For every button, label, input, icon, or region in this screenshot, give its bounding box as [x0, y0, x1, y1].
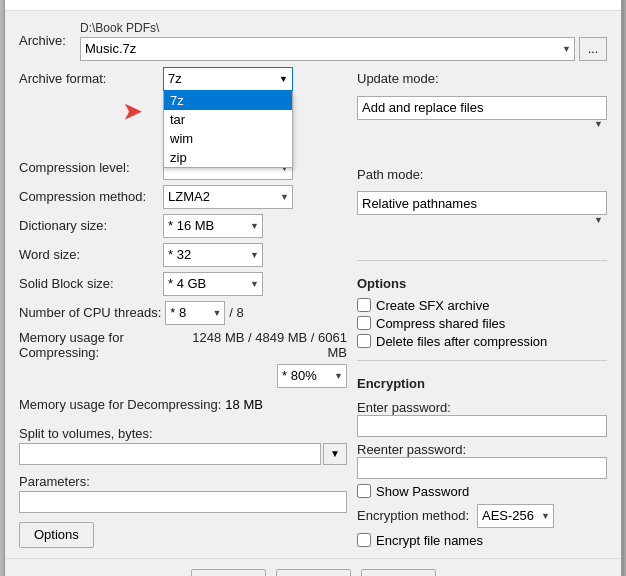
- reenter-password-input[interactable]: [357, 457, 607, 479]
- dropdown-arrow-icon: ▼: [279, 74, 288, 84]
- encryption-divider: [357, 360, 607, 361]
- cpu-threads-total: / 8: [229, 305, 243, 320]
- encrypt-filenames-row: Encrypt file names: [357, 533, 607, 548]
- enc-method-row: Encryption method: AES-256: [357, 504, 607, 528]
- archive-format-wrapper: ➤ 7z ▼ 7z tar wim zip: [163, 67, 293, 91]
- params-row: Parameters:: [19, 474, 347, 513]
- memory-compress-value: 1248 MB / 4849 MB / 6061 MB: [188, 330, 347, 360]
- create-sfx-checkbox[interactable]: [357, 298, 371, 312]
- word-size-wrapper: * 32: [163, 243, 263, 267]
- title-bar: Add to Archive ×: [5, 0, 621, 11]
- cpu-threads-row: Number of CPU threads: * 8 / 8: [19, 301, 347, 325]
- compression-level-label: Compression level:: [19, 160, 159, 175]
- create-sfx-label: Create SFX archive: [376, 298, 489, 313]
- path-mode-select[interactable]: Relative pathnames: [357, 191, 607, 215]
- arrow-indicator: ➤: [123, 99, 141, 125]
- encrypt-filenames-label: Encrypt file names: [376, 533, 483, 548]
- ok-button[interactable]: OK: [191, 569, 266, 577]
- compression-method-select[interactable]: LZMA2: [163, 185, 293, 209]
- archive-filename-combo[interactable]: Music.7z: [80, 37, 575, 61]
- left-column: Archive format: ➤ 7z ▼ 7z tar wim zip: [19, 67, 347, 548]
- options-divider: [357, 260, 607, 261]
- options-checkboxes: Create SFX archive Compress shared files…: [357, 298, 607, 349]
- cpu-threads-wrapper: * 8: [165, 301, 225, 325]
- solid-block-wrapper: * 4 GB: [163, 272, 263, 296]
- archive-format-row: Archive format: ➤ 7z ▼ 7z tar wim zip: [19, 67, 347, 91]
- split-label: Split to volumes, bytes:: [19, 426, 153, 441]
- show-password-checkbox[interactable]: [357, 484, 371, 498]
- format-option-7z[interactable]: 7z: [164, 91, 292, 110]
- dictionary-size-label: Dictionary size:: [19, 218, 159, 233]
- format-dropdown: 7z tar wim zip: [163, 91, 293, 168]
- compression-method-wrapper: LZMA2: [163, 185, 293, 209]
- path-mode-wrapper: Relative pathnames: [357, 191, 607, 249]
- delete-after-row: Delete files after compression: [357, 334, 607, 349]
- dictionary-size-row: Dictionary size: * 16 MB: [19, 214, 347, 238]
- update-mode-select[interactable]: Add and replace files: [357, 96, 607, 120]
- encrypt-filenames-checkbox[interactable]: [357, 533, 371, 547]
- memory-pct-wrapper: * 80%: [277, 364, 347, 388]
- encryption-fields: Enter password: Reenter password: Show P…: [357, 400, 607, 548]
- dictionary-size-wrapper: * 16 MB: [163, 214, 263, 238]
- enter-password-label: Enter password:: [357, 400, 451, 415]
- memory-decompress-row: Memory usage for Decompressing: 18 MB: [19, 393, 347, 417]
- compression-method-label: Compression method:: [19, 189, 159, 204]
- enter-password-input[interactable]: [357, 415, 607, 437]
- archive-format-label: Archive format:: [19, 71, 159, 86]
- word-size-select[interactable]: * 32: [163, 243, 263, 267]
- path-mode-row: Path mode:: [357, 162, 607, 186]
- archive-row: Archive: D:\Book PDFs\ Music.7z ...: [19, 21, 607, 61]
- help-button[interactable]: Help: [361, 569, 436, 577]
- compress-shared-label: Compress shared files: [376, 316, 505, 331]
- memory-pct-select[interactable]: * 80%: [277, 364, 347, 388]
- enc-method-label: Encryption method:: [357, 508, 469, 523]
- dialog-content: Archive: D:\Book PDFs\ Music.7z ...: [5, 11, 621, 558]
- params-input[interactable]: [19, 491, 347, 513]
- delete-after-label: Delete files after compression: [376, 334, 547, 349]
- dictionary-size-select[interactable]: * 16 MB: [163, 214, 263, 238]
- cpu-threads-select[interactable]: * 8: [165, 301, 225, 325]
- cpu-threads-label: Number of CPU threads:: [19, 305, 161, 320]
- update-mode-row: Update mode:: [357, 67, 607, 91]
- archive-path: D:\Book PDFs\: [80, 21, 607, 35]
- split-dropdown-btn[interactable]: ▼: [323, 443, 347, 465]
- solid-block-label: Solid Block size:: [19, 276, 159, 291]
- format-option-tar[interactable]: tar: [164, 110, 292, 129]
- add-to-archive-dialog: Add to Archive × Archive: D:\Book PDFs\ …: [4, 0, 622, 576]
- solid-block-select[interactable]: * 4 GB: [163, 272, 263, 296]
- word-size-row: Word size: * 32: [19, 243, 347, 267]
- options-section-label: Options: [357, 276, 607, 291]
- split-input[interactable]: [19, 443, 321, 465]
- enc-method-wrapper: AES-256: [477, 504, 554, 528]
- right-column: Update mode: Add and replace files Path …: [357, 67, 607, 548]
- update-mode-label: Update mode:: [357, 71, 457, 86]
- compress-shared-checkbox[interactable]: [357, 316, 371, 330]
- create-sfx-row: Create SFX archive: [357, 298, 607, 313]
- memory-compress-label: Memory usage for Compressing:: [19, 330, 188, 360]
- compression-method-row: Compression method: LZMA2: [19, 185, 347, 209]
- reenter-password-group: Reenter password:: [357, 442, 607, 479]
- memory-decompress-label: Memory usage for Decompressing:: [19, 397, 221, 412]
- encryption-section-label: Encryption: [357, 376, 607, 391]
- archive-format-button[interactable]: 7z ▼: [163, 67, 293, 91]
- word-size-label: Word size:: [19, 247, 159, 262]
- enc-method-select[interactable]: AES-256: [477, 504, 554, 528]
- show-password-label: Show Password: [376, 484, 469, 499]
- close-button[interactable]: ×: [587, 0, 609, 2]
- update-mode-wrapper: Add and replace files: [357, 96, 607, 154]
- reenter-password-label: Reenter password:: [357, 442, 466, 457]
- path-mode-label: Path mode:: [357, 167, 457, 182]
- format-option-wim[interactable]: wim: [164, 129, 292, 148]
- params-label: Parameters:: [19, 474, 90, 489]
- options-button[interactable]: Options: [19, 522, 94, 548]
- enter-password-group: Enter password:: [357, 400, 607, 437]
- show-password-row: Show Password: [357, 484, 607, 499]
- solid-block-row: Solid Block size: * 4 GB: [19, 272, 347, 296]
- delete-after-checkbox[interactable]: [357, 334, 371, 348]
- two-col-layout: Archive format: ➤ 7z ▼ 7z tar wim zip: [19, 67, 607, 548]
- format-selected-value: 7z: [168, 71, 182, 86]
- browse-button[interactable]: ...: [579, 37, 607, 61]
- cancel-button[interactable]: Cancel: [276, 569, 351, 577]
- memory-compress-row: Memory usage for Compressing: 1248 MB / …: [19, 330, 347, 388]
- format-option-zip[interactable]: zip: [164, 148, 292, 167]
